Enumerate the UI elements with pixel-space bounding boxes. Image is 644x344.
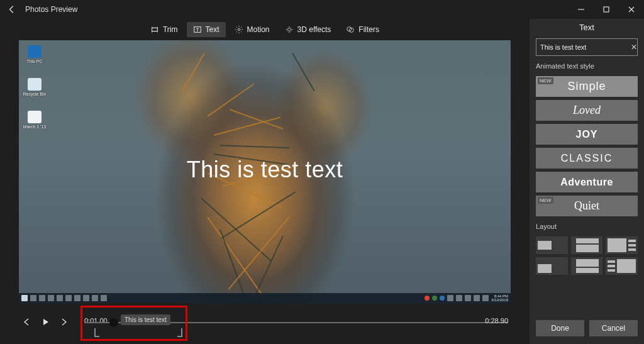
style-quiet[interactable]: NEW Quiet <box>536 196 638 216</box>
layout-left[interactable] <box>536 236 568 254</box>
screenshot-taskbar: 8:44 PM 3/12/2018 <box>19 293 511 303</box>
trim-icon <box>150 25 159 34</box>
time-current: 0:01.00 <box>84 317 108 325</box>
back-button[interactable] <box>5 3 19 16</box>
play-button[interactable] <box>40 317 50 327</box>
3d-effects-button[interactable]: 3D effects <box>279 22 338 37</box>
text-side-panel: Text ✕ Animated text style NEW Simple Lo… <box>530 19 644 344</box>
new-badge: NEW <box>538 77 553 84</box>
layout-left-lines[interactable] <box>606 257 638 275</box>
motion-button[interactable]: Motion <box>228 22 276 37</box>
style-loved[interactable]: Loved <box>536 100 638 121</box>
style-classic[interactable]: CLASSIC <box>536 148 638 169</box>
3d-effects-label: 3D effects <box>297 25 331 34</box>
style-joy-label: JOY <box>575 129 597 140</box>
layout-grid <box>536 236 638 275</box>
sparkle-icon <box>285 25 294 34</box>
prev-frame-button[interactable] <box>21 317 31 327</box>
motion-label: Motion <box>247 25 270 34</box>
desktop-icon-thispc: This PC <box>24 45 45 67</box>
cancel-button[interactable]: Cancel <box>589 320 638 336</box>
time-total: 0:28.90 <box>485 317 508 325</box>
motion-icon <box>235 25 243 34</box>
app-title: Photos Preview <box>25 5 77 14</box>
style-simple[interactable]: NEW Simple <box>536 76 638 97</box>
clear-text-button[interactable]: ✕ <box>627 43 637 52</box>
minimize-button[interactable] <box>569 0 594 19</box>
timeline-thumb-label: This is test text <box>121 314 170 325</box>
maximize-button[interactable] <box>594 0 619 19</box>
filters-label: Filters <box>358 25 379 34</box>
start-icon <box>21 295 28 301</box>
trim-label: Trim <box>163 25 178 34</box>
text-input-wrap: ✕ <box>536 38 638 56</box>
text-range-handles[interactable] <box>94 328 182 337</box>
desktop-icon-recycle: Recycle Bin <box>24 78 45 99</box>
video-preview[interactable]: This PC Recycle Bin March 1 '13 This is … <box>19 40 511 303</box>
desktop-icons: This PC Recycle Bin March 1 '13 <box>24 45 55 143</box>
overlay-text: This is test text <box>19 157 511 183</box>
filters-icon <box>346 25 355 34</box>
svg-point-3 <box>238 28 240 31</box>
layout-right-lines[interactable] <box>606 236 638 254</box>
style-quiet-label: Quiet <box>574 199 599 213</box>
text-icon <box>193 25 202 34</box>
trim-button[interactable]: Trim <box>144 22 184 37</box>
layout-section-label: Layout <box>536 223 638 230</box>
layout-top[interactable] <box>571 236 603 254</box>
done-button[interactable]: Done <box>536 320 584 336</box>
style-joy[interactable]: JOY <box>536 124 638 145</box>
panel-title: Text <box>536 23 638 32</box>
editor-toolbar: Trim Text Motion 3D effects Filters <box>0 19 530 40</box>
svg-rect-1 <box>604 7 609 12</box>
new-badge: NEW <box>538 197 553 204</box>
scrub-handle[interactable] <box>109 318 118 327</box>
text-button[interactable]: Text <box>187 22 226 37</box>
layout-bottom-left[interactable] <box>536 257 568 275</box>
taskbar-date: 3/12/2018 <box>491 298 508 302</box>
style-loved-label: Loved <box>573 104 601 117</box>
next-frame-button[interactable] <box>59 317 69 327</box>
style-section-label: Animated text style <box>536 62 638 70</box>
desktop-icon-folder: March 1 '13 <box>24 111 45 132</box>
layout-bottom[interactable] <box>571 257 603 275</box>
filters-button[interactable]: Filters <box>340 22 386 37</box>
playback-controls: 0:01.00 0:28.90 This is test text <box>0 303 530 343</box>
style-simple-label: Simple <box>567 80 606 93</box>
text-label: Text <box>206 25 219 34</box>
style-classic-label: CLASSIC <box>561 153 613 164</box>
close-button[interactable] <box>619 0 644 19</box>
style-adventure[interactable]: Adventure <box>536 172 638 192</box>
style-adventure-label: Adventure <box>560 177 613 188</box>
text-input[interactable] <box>540 43 627 51</box>
